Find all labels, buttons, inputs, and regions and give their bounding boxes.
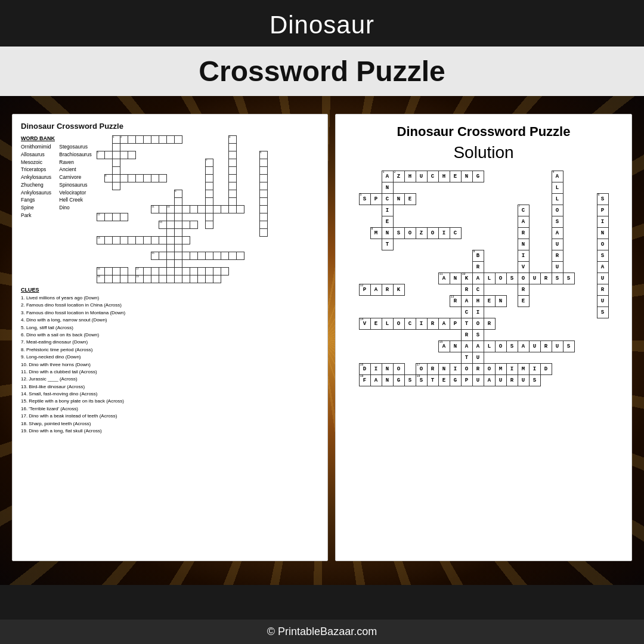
puzzle-empty [213, 237, 221, 244]
puzzle-empty [166, 182, 174, 190]
solution-empty-cell [563, 262, 574, 273]
solution-title: Dinosaur Crossword Puzzle [344, 124, 623, 140]
solution-empty-cell [495, 171, 506, 182]
puzzle-cell [151, 268, 159, 275]
puzzle-empty [143, 198, 151, 206]
puzzle-empty [197, 159, 205, 167]
puzzle-cell [166, 275, 174, 283]
solution-empty-cell [484, 216, 495, 228]
solution-cell: O [552, 205, 563, 216]
solution-cell: S [506, 341, 518, 352]
solution-empty-cell [597, 375, 608, 386]
puzzle-empty [143, 159, 151, 167]
left-panel-title: Dinosaur Crossword Puzzle [21, 122, 319, 131]
right-panel: Dinosaur Crossword Puzzle Solution 1A2ZH… [335, 114, 632, 561]
puzzle-empty [159, 244, 166, 252]
puzzle-empty [151, 159, 159, 167]
solution-empty-cell [393, 250, 404, 262]
puzzle-empty [135, 221, 143, 229]
puzzle-empty [112, 221, 120, 229]
puzzle-empty [221, 159, 228, 167]
solution-empty-cell [529, 307, 540, 318]
solution-cell: K [393, 284, 404, 296]
puzzle-cell [205, 182, 213, 190]
solution-empty-cell [382, 330, 393, 341]
puzzle-empty [221, 260, 228, 268]
solution-empty-cell [518, 318, 529, 330]
puzzle-empty [166, 144, 174, 151]
puzzle-cell [120, 275, 128, 283]
puzzle-empty [128, 182, 135, 190]
puzzle-empty [221, 190, 228, 198]
puzzle-empty [197, 190, 205, 198]
puzzle-empty [143, 221, 151, 229]
solution-empty-cell [484, 284, 495, 296]
solution-cell: U [472, 352, 484, 364]
puzzle-cell [174, 136, 182, 144]
puzzle-cell [228, 206, 236, 213]
puzzle-empty [197, 213, 205, 221]
solution-empty-cell [563, 250, 574, 262]
solution-empty-cell [461, 216, 472, 228]
solution-cell: I [416, 318, 427, 330]
puzzle-empty [104, 136, 112, 144]
solution-empty-cell [382, 307, 393, 318]
solution-cell: 5S [359, 194, 370, 205]
solution-cell: H [404, 171, 416, 182]
puzzle-empty [135, 229, 143, 237]
puzzle-empty [143, 182, 151, 190]
puzzle-cell [104, 275, 112, 283]
solution-cell: N [438, 364, 450, 375]
solution-empty-cell [370, 352, 382, 364]
puzzle-empty [259, 260, 267, 268]
puzzle-cell [104, 151, 112, 159]
puzzle-cell [112, 144, 120, 151]
crossword-puzzle-grid: 1245678911101213141516171819 [97, 135, 319, 283]
solution-empty-cell [359, 296, 370, 307]
solution-cell: R [597, 284, 608, 296]
puzzle-cell [151, 275, 159, 283]
solution-cell: 14V [359, 318, 370, 330]
solution-empty-cell [495, 216, 506, 228]
solution-empty-cell [495, 262, 506, 273]
puzzle-empty [252, 167, 259, 175]
puzzle-empty [182, 229, 190, 237]
solution-empty-cell [416, 273, 427, 284]
puzzle-cell [205, 221, 213, 229]
puzzle-empty [182, 159, 190, 167]
solution-empty-cell [586, 171, 597, 182]
solution-cell: E [370, 318, 382, 330]
solution-cell: R [552, 250, 563, 262]
puzzle-empty [228, 229, 236, 237]
puzzle-empty [197, 260, 205, 268]
puzzle-empty [112, 252, 120, 260]
puzzle-empty [159, 213, 166, 221]
solution-cell: E [382, 216, 393, 228]
puzzle-cell [174, 244, 182, 252]
puzzle-cell [205, 275, 213, 283]
puzzle-empty [182, 182, 190, 190]
solution-empty-cell [586, 364, 597, 375]
solution-cell: O [597, 239, 608, 250]
solution-cell: S [597, 307, 608, 318]
solution-empty-cell [484, 352, 495, 364]
subtitle: Crossword Puzzle [199, 55, 445, 87]
puzzle-cell [205, 198, 213, 206]
solution-empty-cell [427, 296, 438, 307]
puzzle-cell: 18 [97, 275, 104, 283]
puzzle-empty [128, 268, 135, 275]
puzzle-empty [252, 198, 259, 206]
solution-empty-cell [574, 284, 586, 296]
puzzle-empty [244, 244, 252, 252]
puzzle-empty [143, 151, 151, 159]
puzzle-empty [236, 136, 244, 144]
solution-cell: U [597, 296, 608, 307]
solution-empty-cell [382, 273, 393, 284]
puzzle-empty [166, 159, 174, 167]
solution-empty-cell [597, 352, 608, 364]
solution-empty-cell [506, 262, 518, 273]
solution-empty-cell [416, 284, 427, 296]
puzzle-empty [252, 244, 259, 252]
puzzle-empty [174, 151, 182, 159]
puzzle-cell [205, 268, 213, 275]
